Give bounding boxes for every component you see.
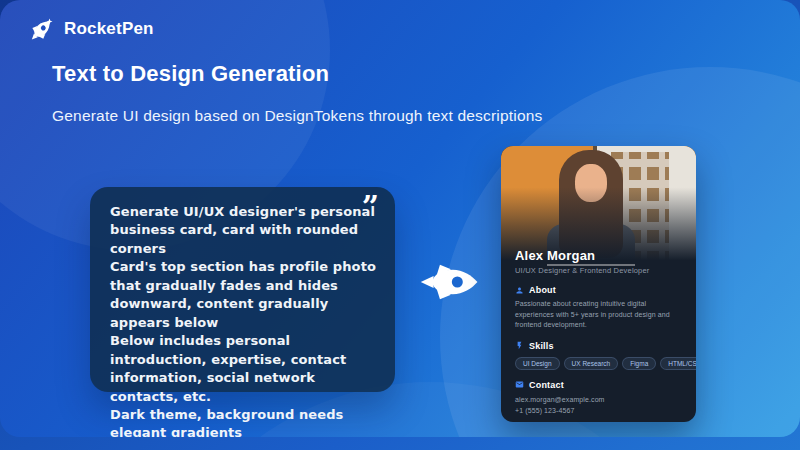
lightning-icon [515,341,524,350]
skill-tag: Figma [622,357,656,370]
profile-photo [501,146,696,264]
page-title: Text to Design Generation [52,61,329,87]
skills-section: Skills UI Design UX Research Figma HTML/… [515,341,682,370]
brand-name: RocketPen [64,19,154,39]
skill-tag: HTML/CSS [660,357,696,370]
photo-fade-overlay [501,146,696,264]
transfer-rocket-icon [418,260,482,308]
user-icon [515,286,524,295]
prompt-text: Generate UI/UX designer's personal busin… [110,203,377,437]
contact-email[interactable]: alex.morgan@example.com [515,395,682,406]
content-panel: RocketPen Text to Design Generation Gene… [0,0,800,437]
skills-label: Skills [529,341,554,351]
page-subtitle: Generate UI design based on DesignTokens… [52,107,543,125]
skill-tag: UX Research [564,357,619,370]
brand-logo: RocketPen [26,14,154,44]
about-label: About [529,285,556,295]
contact-phone[interactable]: +1 (555) 123-4567 [515,406,682,417]
contact-label: Contact [529,380,564,390]
mail-icon [515,380,524,389]
profile-card-body: Alex Morgan UI/UX Designer & Frontend De… [501,248,696,422]
profile-name: Alex Morgan [515,248,682,263]
profile-card: Alex Morgan UI/UX Designer & Frontend De… [501,146,696,422]
profile-role: UI/UX Designer & Frontend Developer [515,266,682,275]
skill-tag: UI Design [515,357,560,370]
contact-section: Contact alex.morgan@example.com +1 (555)… [515,380,682,417]
rocket-icon [26,14,56,44]
about-section: About Passionate about creating intuitiv… [515,285,682,331]
about-text: Passionate about creating intuitive digi… [515,299,682,331]
prompt-card: ” Generate UI/UX designer's personal bus… [90,187,395,392]
quote-mark-icon: ” [362,189,379,224]
